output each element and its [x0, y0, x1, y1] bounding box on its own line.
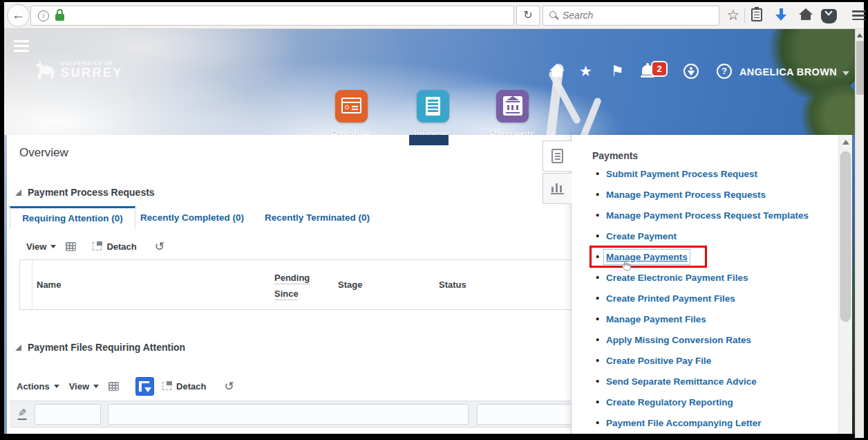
list-item: Create Electronic Payment Files: [572, 267, 838, 288]
bookmark-star-icon[interactable]: ☆: [725, 7, 742, 24]
detach-button[interactable]: Detach: [162, 381, 206, 392]
help-icon[interactable]: ?: [717, 64, 732, 79]
tasks-link-list: Submit Payment Process Request Manage Pa…: [572, 163, 838, 433]
scrollbar-thumb[interactable]: [856, 41, 864, 95]
detach-icon: [162, 382, 171, 390]
search-icon: [549, 11, 559, 21]
column-header-status[interactable]: Status: [439, 279, 466, 290]
pfra-toolbar: Actions View Detach ↺: [17, 377, 234, 395]
home-icon[interactable]: [549, 64, 565, 77]
payables-app-icon[interactable]: [335, 90, 368, 122]
chevron-down-icon[interactable]: [50, 245, 56, 248]
tasks-panel: Payments Submit Payment Process Request …: [571, 135, 838, 434]
address-bar[interactable]: i: [30, 6, 514, 26]
column-header-name[interactable]: Name: [37, 279, 61, 290]
list-item: Payment File Accompanying Letter: [572, 412, 838, 433]
user-menu[interactable]: ANGELICA BROWN: [739, 66, 842, 77]
app-header-banner: UNIVERSITY OF SURREY ★ ⚑ 2 ? ANGELICA BR…: [4, 29, 855, 135]
payments-app-icon[interactable]: [496, 90, 529, 122]
refresh-icon[interactable]: ↺: [155, 241, 164, 253]
payables-app-label[interactable]: Payables: [314, 128, 390, 135]
link-manage-payment-process-requests[interactable]: Manage Payment Process Requests: [606, 190, 766, 200]
chevron-down-icon[interactable]: [54, 385, 59, 388]
reports-chart-icon: [551, 183, 565, 194]
tasks-document-icon: [551, 149, 563, 163]
link-send-separate-remittance-advice[interactable]: Send Separate Remittance Advice: [606, 376, 757, 387]
detach-icon: [93, 242, 102, 250]
payments-app-label[interactable]: Payments: [474, 128, 550, 135]
search-input[interactable]: Search: [542, 6, 719, 26]
disclosure-triangle-icon[interactable]: [15, 345, 21, 351]
link-create-regulatory-reporting[interactable]: Create Regulatory Reporting: [606, 397, 733, 407]
pocket-icon[interactable]: [820, 7, 837, 24]
list-item: Manage Payment Process Requests: [572, 184, 838, 205]
navigator-menu-icon[interactable]: [14, 37, 29, 55]
favorites-star-icon[interactable]: ★: [579, 64, 592, 79]
link-apply-missing-conversion-rates[interactable]: Apply Missing Conversion Rates: [606, 335, 751, 345]
content-scrollbar[interactable]: [838, 135, 852, 434]
scroll-up-arrow-icon[interactable]: [856, 31, 864, 39]
scroll-up-arrow-icon[interactable]: [839, 138, 853, 147]
payment-process-requests-header: Payment Process Requests: [15, 187, 155, 198]
detach-button[interactable]: Detach: [93, 241, 136, 252]
link-create-printed-payment-files[interactable]: Create Printed Payment Files: [606, 293, 735, 304]
ppr-toolbar: View Detach ↺: [26, 237, 164, 255]
browser-refresh-button[interactable]: ↻: [516, 6, 540, 26]
background-fragment: [409, 135, 449, 145]
link-create-payment[interactable]: Create Payment: [606, 231, 677, 241]
disclosure-triangle-icon[interactable]: [15, 190, 21, 196]
column-header-stage[interactable]: Stage: [338, 279, 362, 290]
secure-lock-icon[interactable]: [55, 9, 64, 21]
section-title: Payment Process Requests: [28, 187, 155, 198]
chevron-down-icon[interactable]: [93, 385, 99, 388]
browser-scrollbar[interactable]: [855, 29, 864, 438]
link-manage-payment-process-request-templates[interactable]: Manage Payment Process Request Templates: [606, 210, 809, 221]
link-manage-payments[interactable]: Manage Payments: [606, 252, 688, 262]
payments-glyph-icon: [503, 96, 522, 116]
library-icon[interactable]: [748, 7, 765, 24]
payment-files-requiring-attention-header: Payment Files Requiring Attention: [15, 342, 185, 353]
query-by-example-button[interactable]: [135, 377, 154, 396]
invoices-app-icon[interactable]: [417, 90, 449, 122]
back-button[interactable]: ←: [7, 4, 30, 27]
user-menu-caret-icon[interactable]: [842, 71, 849, 75]
link-payment-file-accompanying-letter[interactable]: Payment File Accompanying Letter: [606, 418, 762, 428]
university-of-surrey-logo: UNIVERSITY OF SURREY: [33, 59, 123, 80]
actions-menu[interactable]: Actions: [17, 381, 50, 392]
filter-input-1[interactable]: [35, 404, 101, 425]
tasks-side-tab[interactable]: [542, 140, 572, 172]
link-manage-payment-files[interactable]: Manage Payment Files: [606, 314, 706, 324]
brand-line1: UNIVERSITY OF: [61, 61, 123, 66]
tab-recently-completed[interactable]: Recently Completed (0): [140, 206, 244, 229]
link-create-electronic-payment-files[interactable]: Create Electronic Payment Files: [606, 273, 748, 283]
site-info-icon[interactable]: i: [38, 10, 49, 21]
browser-home-icon[interactable]: [798, 7, 814, 24]
list-item: Manage Payments: [572, 246, 838, 267]
column-header-pending-since[interactable]: Pending Since: [274, 270, 317, 302]
browser-toolbar: ← i ↻ Search ☆: [4, 2, 864, 29]
view-menu[interactable]: View: [26, 241, 46, 252]
left-edge-strip: [4, 135, 7, 434]
payables-glyph-icon: [341, 98, 361, 113]
view-menu[interactable]: View: [69, 381, 89, 392]
refresh-icon[interactable]: ↺: [224, 381, 234, 392]
tab-recently-terminated[interactable]: Recently Terminated (0): [265, 206, 370, 229]
tab-requiring-attention[interactable]: Requiring Attention (0): [10, 206, 135, 229]
browser-menu-icon[interactable]: [850, 8, 867, 25]
watchlist-flag-icon[interactable]: ⚑: [611, 64, 624, 79]
edit-pencil-icon: ✎: [18, 407, 27, 420]
notification-count-badge[interactable]: 2: [651, 61, 668, 77]
link-create-positive-pay-file[interactable]: Create Positive Pay File: [606, 356, 711, 366]
filter-input-2[interactable]: [108, 404, 469, 425]
columns-grid-icon[interactable]: [66, 242, 76, 251]
brand-line2: SURREY: [61, 66, 123, 79]
reports-side-tab[interactable]: [542, 173, 572, 204]
scrollbar-thumb[interactable]: [840, 152, 851, 322]
columns-grid-icon[interactable]: [108, 382, 119, 391]
accessibility-icon[interactable]: [683, 64, 699, 79]
section-title: Payment Files Requiring Attention: [28, 342, 185, 353]
page-title: Overview: [19, 146, 68, 160]
download-icon[interactable]: [773, 7, 789, 24]
invoices-app-label[interactable]: Invoices: [395, 128, 471, 135]
link-submit-payment-process-request[interactable]: Submit Payment Process Request: [606, 169, 757, 179]
